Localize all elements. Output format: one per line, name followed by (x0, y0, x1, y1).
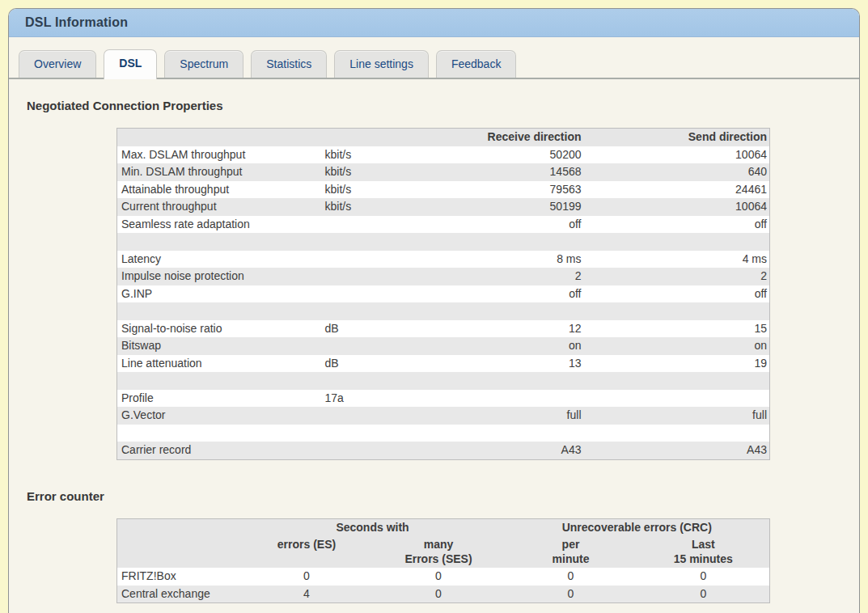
receive-value: 12 (426, 320, 595, 338)
send-value: A43 (595, 442, 770, 459)
send-value: off (595, 285, 770, 303)
dsl-information-panel: DSL Information Overview DSL Spectrum St… (8, 8, 860, 613)
crc-last-15-value: 0 (637, 586, 770, 603)
header-unit-cell (321, 129, 426, 146)
tab-spectrum[interactable]: Spectrum (164, 50, 243, 78)
property-unit: kbit/s (321, 163, 426, 181)
send-value: 2 (595, 268, 770, 285)
column-header-row: errors (ES) many Errors (SES) per minute… (117, 536, 770, 568)
property-unit (321, 407, 426, 425)
column-header-empty (117, 536, 241, 568)
crc-per-minute-value: 0 (505, 568, 637, 586)
send-value (595, 390, 770, 408)
error-counter-heading: Error counter (27, 489, 859, 503)
property-label: Latency (117, 251, 321, 268)
spacer-row (117, 302, 770, 320)
receive-value: on (426, 337, 595, 355)
column-header-per-minute: per minute (505, 536, 637, 568)
tab-dsl[interactable]: DSL (104, 49, 157, 79)
property-unit: kbit/s (321, 181, 426, 199)
tab-statistics[interactable]: Statistics (251, 50, 327, 78)
header-send-direction: Send direction (595, 129, 770, 146)
table-row: G.Vector full full (117, 407, 770, 425)
property-label: Min. DSLAM throughput (117, 163, 321, 181)
property-unit: kbit/s (321, 198, 426, 216)
send-value: off (595, 216, 770, 234)
property-label: Attainable throughput (117, 181, 321, 199)
property-unit (321, 268, 426, 285)
property-unit: dB (321, 320, 426, 338)
property-unit (321, 442, 426, 459)
receive-value: off (426, 285, 595, 303)
group-header-empty (117, 518, 241, 536)
receive-value: off (426, 216, 595, 234)
spacer-row (117, 425, 770, 442)
receive-value (426, 390, 595, 408)
ses-value: 0 (373, 586, 505, 603)
property-label: Impulse noise protection (117, 268, 321, 285)
title-bar: DSL Information (9, 9, 859, 37)
table-row: Profile 17a (117, 390, 770, 408)
group-header-seconds: Seconds with (241, 518, 505, 536)
tab-strip: Overview DSL Spectrum Statistics Line se… (9, 37, 859, 79)
crc-last-15-value: 0 (637, 568, 770, 586)
property-unit (321, 337, 426, 355)
tab-line-settings[interactable]: Line settings (334, 50, 429, 78)
table-row: Carrier record A43 A43 (117, 442, 770, 459)
table-header-row: Receive direction Send direction (117, 129, 770, 146)
table-row: FRITZ!Box 0 0 0 0 (117, 568, 770, 586)
property-unit (321, 285, 426, 303)
send-value: 4 ms (595, 251, 770, 268)
property-label: Max. DSLAM throughput (117, 146, 321, 164)
receive-value: 14568 (426, 163, 595, 181)
crc-per-minute-value: 0 (505, 586, 637, 603)
send-value: 10064 (595, 146, 770, 164)
send-value: 24461 (595, 181, 770, 199)
send-value: full (595, 407, 770, 425)
property-label: G.Vector (117, 407, 321, 425)
property-unit: dB (321, 355, 426, 373)
property-label: Current throughput (117, 198, 321, 216)
receive-value: full (426, 407, 595, 425)
tab-overview[interactable]: Overview (19, 50, 96, 78)
header-label-cell (117, 129, 321, 146)
table-row: Attainable throughput kbit/s 79563 24461 (117, 181, 770, 199)
connection-properties-table: Receive direction Send direction Max. DS… (116, 128, 770, 460)
es-value: 0 (241, 568, 373, 586)
send-value: 640 (595, 163, 770, 181)
table-row: Bitswap on on (117, 337, 770, 355)
connection-properties-heading: Negotiated Connection Properties (27, 99, 859, 112)
property-label: Bitswap (117, 337, 321, 355)
table-row: Current throughput kbit/s 50199 10064 (117, 198, 770, 216)
spacer-row (117, 372, 770, 390)
send-value: 19 (595, 355, 770, 373)
header-receive-direction: Receive direction (426, 129, 595, 146)
property-label: Profile (117, 390, 321, 408)
receive-value: 13 (426, 355, 595, 373)
receive-value: 2 (426, 268, 595, 285)
send-value: on (595, 337, 770, 355)
property-unit: kbit/s (321, 146, 426, 164)
send-value: 10064 (595, 198, 770, 216)
property-label: Signal-to-noise ratio (117, 320, 321, 338)
receive-value: 79563 (426, 181, 595, 199)
spacer-row (117, 233, 770, 251)
tab-feedback[interactable]: Feedback (436, 50, 516, 78)
table-row: Signal-to-noise ratio dB 12 15 (117, 320, 770, 338)
property-unit (321, 251, 426, 268)
property-label: Seamless rate adaptation (117, 216, 321, 234)
send-value: 15 (595, 320, 770, 338)
ses-value: 0 (373, 568, 505, 586)
table-row: Impulse noise protection 2 2 (117, 268, 770, 285)
property-label: Carrier record (117, 442, 321, 459)
table-row: Min. DSLAM throughput kbit/s 14568 640 (117, 163, 770, 181)
receive-value: A43 (426, 442, 595, 459)
error-source-label: Central exchange (117, 586, 241, 603)
group-header-crc: Unrecoverable errors (CRC) (505, 518, 770, 536)
receive-value: 8 ms (426, 251, 595, 268)
error-counter-table: Seconds with Unrecoverable errors (CRC) … (116, 518, 770, 604)
group-header-row: Seconds with Unrecoverable errors (CRC) (117, 518, 770, 536)
property-label: G.INP (117, 285, 321, 303)
table-row: Central exchange 4 0 0 0 (117, 586, 770, 603)
es-value: 4 (241, 586, 373, 603)
